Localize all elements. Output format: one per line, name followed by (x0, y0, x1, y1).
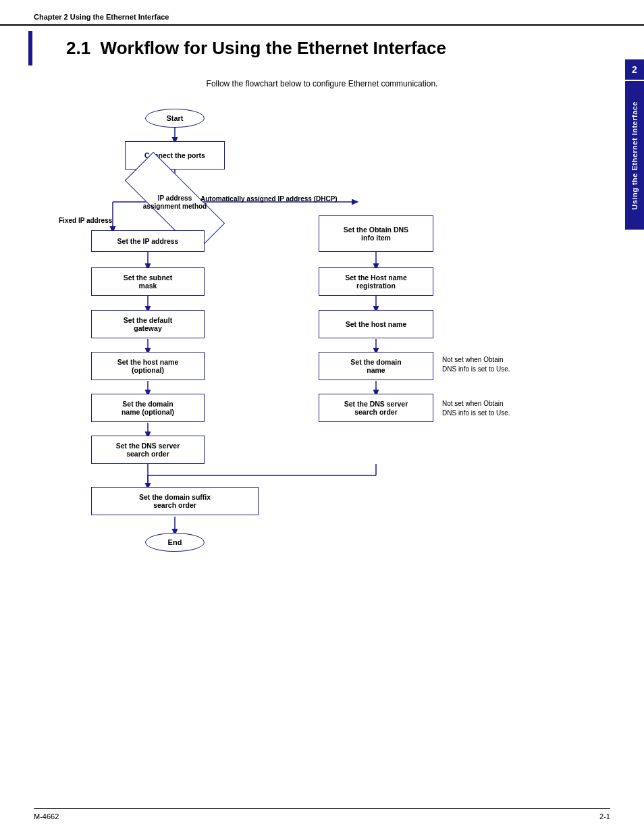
node-set-hostname-reg: Set the Host name registration (319, 267, 433, 296)
node-set-domain-suffix: Set the domain suffix search order (91, 487, 259, 515)
node-set-gateway: Set the default gateway (91, 310, 205, 338)
node-set-hostname-opt: Set the host name (optional) (91, 352, 205, 380)
node-set-domain-opt: Set the domain name (optional) (91, 394, 205, 422)
side-tab-number: 2 (625, 59, 644, 80)
intro-text: Follow the flowchart below to configure … (34, 79, 610, 88)
label-dhcp: Automatically assigned IP address (DHCP) (200, 195, 338, 203)
node-end: End (145, 533, 205, 552)
chapter-label: Chapter 2 Using the Ethernet Interface (34, 13, 169, 21)
node-set-obtain-dns: Set the Obtain DNS info item (319, 215, 433, 252)
footer-right: 2-1 (599, 812, 610, 820)
note-domain-name: Not set when Obtain DNS info is set to U… (442, 355, 537, 374)
node-set-dns-server-left: Set the DNS server search order (91, 436, 205, 464)
section-title: 2.1 Workflow for Using the Ethernet Inte… (28, 31, 610, 66)
node-set-domain-name: Set the domain name (319, 352, 433, 380)
main-content: Follow the flowchart below to configure … (0, 66, 644, 588)
node-set-hostname: Set the host name (319, 310, 433, 338)
node-set-ip: Set the IP address (91, 230, 205, 252)
section-heading: Workflow for Using the Ethernet Interfac… (101, 38, 446, 58)
flowchart: Start Connect the ports IP address assig… (45, 102, 599, 588)
node-start: Start (145, 109, 205, 128)
section-number: 2.1 (66, 38, 90, 58)
node-set-dns-server-right: Set the DNS server search order (319, 394, 433, 422)
node-set-subnet: Set the subnet mask (91, 267, 205, 296)
label-fixed-ip: Fixed IP address (59, 217, 112, 224)
chapter-header: Chapter 2 Using the Ethernet Interface (0, 0, 644, 26)
flowchart-arrows (45, 102, 599, 588)
note-dns-server: Not set when Obtain DNS info is set to U… (442, 399, 537, 418)
footer-left: M-4662 (34, 812, 59, 820)
side-tab-label: Using the Ethernet Interface (630, 101, 639, 210)
footer: M-4662 2-1 (34, 808, 610, 820)
side-tab: Using the Ethernet Interface (625, 81, 644, 230)
